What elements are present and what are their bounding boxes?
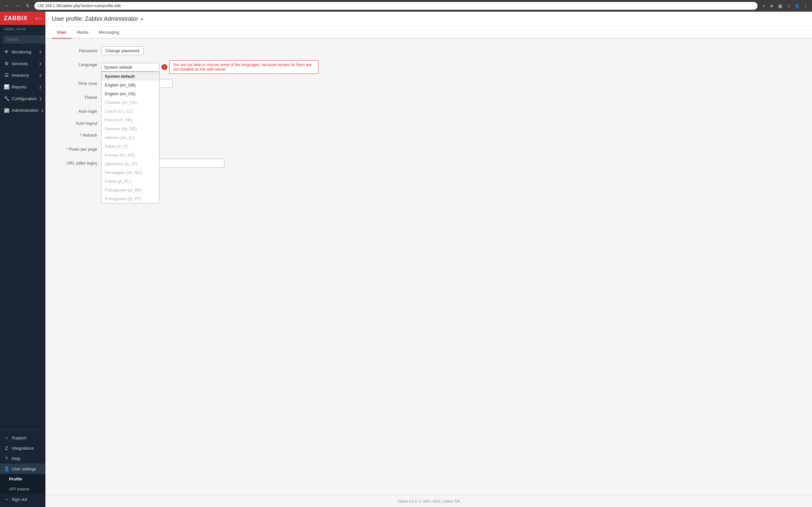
sidebar-sub-item-profile[interactable]: Profile — [0, 474, 45, 484]
page-header: User profile: Zabbix Administrator ▾ — [45, 12, 812, 26]
password-label: Password — [52, 46, 97, 53]
administration-icon: 🏢 — [4, 108, 9, 113]
chevron-right-icon: ❯ — [39, 50, 42, 54]
integrations-icon: Z — [4, 445, 9, 451]
tab-user[interactable]: User — [52, 26, 72, 39]
auto-logout-label: Auto-logout — [52, 119, 97, 126]
address-bar[interactable] — [34, 2, 758, 10]
profile-icon[interactable]: 👤 — [794, 3, 800, 9]
language-info-icon[interactable]: i — [161, 64, 167, 70]
sidebar-item-monitoring[interactable]: 👁 Monitoring ❯ — [0, 46, 45, 58]
refresh-row: * Refresh — [52, 131, 806, 139]
reload-button[interactable]: ↻ — [24, 2, 32, 10]
expand-icon[interactable]: □ — [39, 16, 42, 21]
password-control: Change password — [101, 46, 144, 55]
configuration-icon: 🔧 — [4, 96, 9, 101]
user-settings-submenu: Profile API tokens — [0, 474, 45, 494]
auto-login-row: Auto-login — [52, 107, 806, 114]
sidebar: ZABBIX « □ zabbix_server 🔍 👁 Monitoring … — [0, 12, 45, 507]
chevron-up-icon: ⌃ — [39, 467, 42, 471]
extensions-icon[interactable]: ▦ — [777, 3, 783, 9]
password-row: Password Change password — [52, 46, 806, 55]
dropdown-item-nb-no: Norwegian (nb_NO) — [101, 168, 159, 177]
sidebar-item-support[interactable]: ○ Support — [0, 433, 45, 443]
back-button[interactable]: ← — [3, 2, 11, 10]
browser-chrome: ← → ↻ ↗ ★ ▦ □ 👤 ⋮ — [0, 0, 812, 12]
monitoring-icon: 👁 — [4, 49, 9, 54]
sidebar-item-label-inventory: Inventory — [12, 73, 29, 78]
share-icon[interactable]: ↗ — [760, 3, 767, 9]
chevron-right-icon-inventory: ❯ — [39, 73, 42, 77]
sidebar-item-integrations[interactable]: Z Integrations — [0, 443, 45, 453]
change-password-button[interactable]: Change password — [101, 46, 144, 55]
dropdown-item-ja-jp: Japanese (ja_JP) — [101, 159, 159, 168]
dropdown-item-cs-cz: Czech (cs_CZ) — [101, 107, 159, 116]
dropdown-item-pt-pt: Portuguese (pt_PT) — [101, 194, 159, 203]
tab-media[interactable]: Media — [72, 26, 93, 39]
sidebar-logo: ZABBIX « □ — [0, 12, 45, 25]
collapse-icon[interactable]: « — [36, 16, 38, 21]
dropdown-item-system-default[interactable]: System default — [101, 72, 159, 81]
forward-button[interactable]: → — [14, 2, 21, 10]
sidebar-nav: 👁 Monitoring ❯ ⚙ Services ❯ ☰ Inventory … — [0, 46, 45, 430]
theme-row: Theme System default — [52, 93, 806, 102]
sign-out-icon: → — [4, 497, 9, 502]
user-settings-icon: 👤 — [4, 466, 9, 471]
sidebar-item-label-integrations: Integrations — [12, 446, 34, 451]
menu-icon[interactable]: ⋮ — [802, 3, 809, 9]
language-label: Language — [52, 60, 97, 67]
language-row: Language System default English (en_GB) … — [52, 60, 806, 74]
sidebar-item-services[interactable]: ⚙ Services ❯ — [0, 58, 45, 69]
language-dropdown-wrapper: System default English (en_GB) English (… — [101, 63, 159, 72]
sidebar-sub-item-api-tokens[interactable]: API tokens — [0, 484, 45, 494]
sidebar-item-label-reports: Reports — [12, 84, 27, 90]
support-icon: ○ — [4, 435, 9, 440]
time-zone-row: Time zone System default — [52, 79, 806, 88]
page-title: User profile: Zabbix Administrator — [52, 15, 138, 22]
tab-messaging[interactable]: Messaging — [93, 26, 124, 39]
form-area: Password Change password Language System… — [45, 39, 812, 495]
page-title-dropdown-icon[interactable]: ▾ — [141, 16, 143, 22]
dropdown-item-en-us[interactable]: English (en_US) — [101, 90, 159, 98]
sidebar-item-label-services: Services — [12, 61, 28, 66]
tabs-bar: User Media Messaging — [45, 26, 812, 39]
chevron-right-icon-services: ❯ — [39, 62, 42, 65]
dropdown-item-it-it: Italian (it_IT) — [101, 142, 159, 151]
sidebar-item-administration[interactable]: 🏢 Administration ❯ — [0, 104, 45, 116]
rows-per-page-label: * Rows per page — [52, 145, 97, 152]
sidebar-item-reports[interactable]: 📊 Reports ❯ — [0, 81, 45, 93]
sidebar-item-label-administration: Administration — [12, 108, 38, 113]
sidebar-item-label-user-settings: User settings — [12, 466, 36, 471]
sidebar-item-configuration[interactable]: 🔧 Configuration ❯ — [0, 93, 45, 104]
sidebar-item-inventory[interactable]: ☰ Inventory ❯ — [0, 69, 45, 81]
bookmark-icon[interactable]: ★ — [768, 3, 775, 9]
search-input[interactable] — [3, 36, 45, 43]
profile-label: Profile — [9, 476, 22, 482]
auto-login-label: Auto-login — [52, 107, 97, 114]
language-error-tooltip: You are not able to choose some of the l… — [169, 60, 318, 74]
main-content: User profile: Zabbix Administrator ▾ Use… — [45, 12, 812, 507]
dropdown-item-he-il: Hebrew (he_IL) — [101, 133, 159, 142]
url-label: URL (after login) — [52, 159, 97, 166]
chevron-right-icon-reports: ❯ — [39, 85, 42, 89]
language-select[interactable]: System default English (en_GB) English (… — [101, 63, 159, 72]
dropdown-item-fr-fr: French (fr_FR) — [101, 116, 159, 124]
dropdown-item-de-de: German (de_DE) — [101, 124, 159, 133]
api-tokens-label: API tokens — [9, 487, 30, 492]
logo-text: ZABBIX — [4, 15, 28, 22]
app-layout: ZABBIX « □ zabbix_server 🔍 👁 Monitoring … — [0, 12, 812, 507]
chevron-right-icon-configuration: ❯ — [39, 97, 42, 101]
sidebar-item-label-support: Support — [12, 435, 27, 440]
sidebar-item-sign-out[interactable]: → Sign out — [0, 494, 45, 504]
sidebar-search-area: 🔍 — [0, 33, 45, 46]
time-zone-label: Time zone — [52, 79, 97, 86]
language-control: System default English (en_GB) English (… — [101, 60, 318, 74]
dropdown-item-ko-kr: Korean (ko_KR) — [101, 151, 159, 159]
sidebar-item-user-settings[interactable]: 👤 User settings ⌃ — [0, 464, 45, 474]
refresh-label: * Refresh — [52, 131, 97, 138]
sidebar-bottom: ○ Support Z Integrations ? Help 👤 User s… — [0, 430, 45, 507]
window-icon[interactable]: □ — [785, 3, 792, 9]
rows-per-page-row: * Rows per page — [52, 145, 806, 154]
dropdown-item-en-gb[interactable]: English (en_GB) — [101, 81, 159, 90]
sidebar-item-help[interactable]: ? Help — [0, 453, 45, 464]
